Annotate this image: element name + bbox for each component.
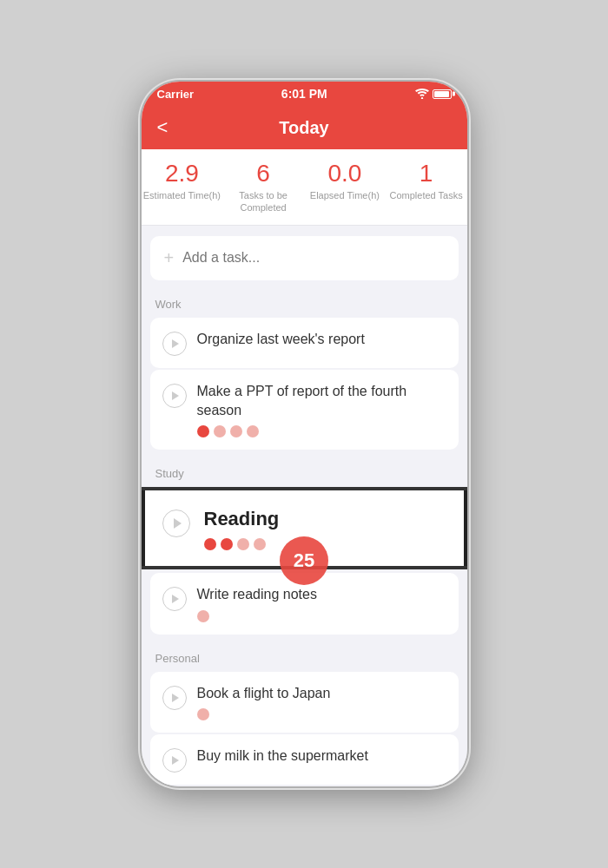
section-personal: Personal Book a flight to Japan Buy milk… xyxy=(142,652,467,785)
section-label-work: Work xyxy=(142,298,467,318)
stats-bar: 2.9 Estimated Time(h) 6 Tasks to be Comp… xyxy=(142,149,467,226)
task-title-reading: Reading xyxy=(204,506,446,533)
task-title-ppt: Make a PPT of report of the fourth seaso… xyxy=(197,382,446,421)
play-button-flight[interactable] xyxy=(162,686,187,710)
add-task-input[interactable] xyxy=(182,250,444,266)
task-content-organize: Organize last week's report xyxy=(197,330,446,349)
task-dots-ppt xyxy=(197,425,446,437)
play-button-milk[interactable] xyxy=(162,748,187,773)
play-button-notes[interactable] xyxy=(162,587,187,611)
stat-value-completed-tasks: 1 xyxy=(386,161,467,186)
dot xyxy=(247,425,259,437)
task-content-flight: Book a flight to Japan xyxy=(197,684,446,720)
task-content-notes: Write reading notes xyxy=(197,585,446,621)
stat-label-elapsed-time: Elapsed Time(h) xyxy=(304,189,386,201)
add-task-plus-icon: + xyxy=(164,248,175,268)
stat-value-tasks-to-complete: 6 xyxy=(222,161,304,186)
add-task-container: + xyxy=(150,236,459,280)
section-label-personal: Personal xyxy=(142,652,467,672)
task-card-reading: Reading 25 xyxy=(142,490,467,566)
section-study: Study Reading 25 xyxy=(142,467,467,634)
dot xyxy=(237,538,249,550)
task-dots-notes xyxy=(197,610,446,622)
play-button-reading[interactable] xyxy=(162,510,190,537)
battery-area xyxy=(415,89,452,99)
task-title-notes: Write reading notes xyxy=(197,585,446,604)
task-card-organize: Organize last week's report xyxy=(150,318,459,368)
stat-tasks-to-complete: 6 Tasks to be Completed xyxy=(222,161,304,214)
task-title-milk: Buy milk in the supermarket xyxy=(197,746,446,766)
wifi-icon xyxy=(415,89,429,99)
stat-label-completed-tasks: Completed Tasks xyxy=(386,189,467,201)
phone-frame: Carrier 6:01 PM < Today 2.9 Estimated Ti… xyxy=(142,82,467,786)
battery-icon xyxy=(433,89,452,99)
stat-label-estimated-time: Estimated Time(h) xyxy=(142,189,223,201)
dot xyxy=(230,425,242,437)
stat-elapsed-time: 0.0 Elapsed Time(h) xyxy=(304,161,386,214)
time-label: 6:01 PM xyxy=(281,87,327,101)
dot xyxy=(197,708,209,720)
dot xyxy=(204,538,216,550)
task-content-ppt: Make a PPT of report of the fourth seaso… xyxy=(197,382,446,438)
content-area: + Work Organize last week's report Make … xyxy=(142,226,467,786)
battery-fill xyxy=(434,91,449,97)
stat-value-elapsed-time: 0.0 xyxy=(304,161,386,186)
section-label-study: Study xyxy=(142,467,467,487)
play-button-organize[interactable] xyxy=(162,332,187,356)
task-content-milk: Buy milk in the supermarket xyxy=(197,746,446,766)
header: < Today xyxy=(142,106,467,149)
header-title: Today xyxy=(279,118,328,138)
dot xyxy=(214,425,226,437)
dot xyxy=(221,538,233,550)
stat-completed-tasks: 1 Completed Tasks xyxy=(386,161,467,214)
stat-value-estimated-time: 2.9 xyxy=(142,161,223,186)
task-title-organize: Organize last week's report xyxy=(197,330,446,349)
dot xyxy=(254,538,266,550)
task-card-flight: Book a flight to Japan xyxy=(150,672,459,733)
section-work: Work Organize last week's report Make a … xyxy=(142,298,467,450)
play-button-ppt[interactable] xyxy=(162,384,187,408)
task-dots-flight xyxy=(197,708,446,720)
task-content-reading: Reading xyxy=(204,506,446,550)
task-title-flight: Book a flight to Japan xyxy=(197,684,446,703)
dot xyxy=(197,610,209,622)
task-card-milk: Buy milk in the supermarket xyxy=(150,734,459,785)
task-card-ppt: Make a PPT of report of the fourth seaso… xyxy=(150,370,459,450)
stat-label-tasks-to-complete: Tasks to be Completed xyxy=(222,189,304,214)
back-button[interactable]: < xyxy=(157,116,169,139)
carrier-label: Carrier xyxy=(157,88,195,101)
status-bar: Carrier 6:01 PM xyxy=(142,82,467,106)
stat-estimated-time: 2.9 Estimated Time(h) xyxy=(142,161,223,214)
floating-badge: 25 xyxy=(280,536,328,585)
dot xyxy=(197,425,209,437)
